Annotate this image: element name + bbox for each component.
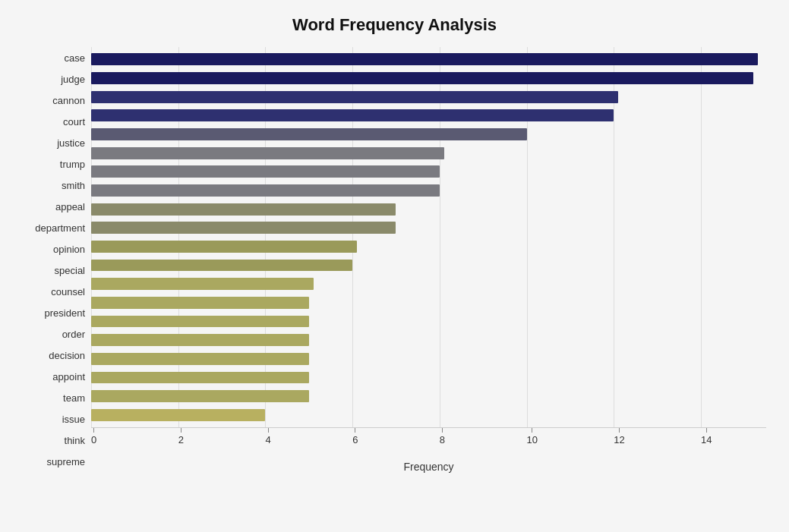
bars-area: [91, 47, 766, 427]
y-label: trump: [60, 159, 85, 169]
bar-row: [91, 368, 766, 387]
y-axis-labels: casejudgecannoncourtjusticetrumpsmithapp…: [23, 47, 91, 473]
bar: [91, 278, 314, 290]
x-tick: 10: [527, 428, 538, 445]
chart-container: Word Frequency Analysis casejudgecannonc…: [0, 0, 789, 532]
x-tick-line: [706, 428, 707, 433]
bar: [91, 147, 444, 159]
bar: [91, 297, 309, 309]
y-label: team: [63, 393, 85, 403]
bar: [91, 203, 396, 216]
bar-row: [91, 219, 766, 238]
bar: [91, 409, 265, 421]
x-axis-title: Frequency: [91, 461, 766, 473]
chart-area: casejudgecannoncourtjusticetrumpsmithapp…: [23, 47, 766, 473]
bar: [91, 222, 396, 234]
x-tick: 0: [91, 428, 96, 445]
x-tick-label: 12: [614, 434, 624, 445]
y-label: cannon: [52, 96, 85, 105]
bar: [91, 128, 527, 140]
y-label: court: [63, 117, 85, 127]
y-label: think: [65, 436, 85, 445]
y-label: supreme: [46, 457, 85, 467]
bar: [91, 53, 758, 65]
bar-row: [91, 50, 766, 69]
x-tick-label: 0: [91, 434, 96, 445]
bar-row: [91, 143, 766, 162]
x-axis: 02468101214: [91, 427, 766, 458]
x-tick-label: 4: [265, 434, 270, 445]
y-label: judge: [61, 74, 85, 84]
y-label: justice: [57, 138, 85, 148]
bar-row: [91, 331, 766, 350]
bar: [91, 91, 618, 103]
y-label: case: [65, 53, 85, 63]
bar-row: [91, 69, 766, 88]
x-tick: 8: [440, 428, 445, 445]
bar: [91, 390, 309, 402]
bar: [91, 353, 309, 365]
chart-title: Word Frequency Analysis: [23, 15, 766, 35]
bar-row: [91, 312, 766, 331]
bar-row: [91, 238, 766, 257]
x-tick: 2: [178, 428, 184, 445]
bar-row: [91, 106, 766, 125]
y-label: order: [62, 329, 85, 339]
y-label: appoint: [52, 372, 85, 382]
x-tick-label: 14: [701, 434, 712, 445]
bar: [91, 109, 614, 121]
bar: [91, 165, 440, 178]
bar: [91, 72, 753, 84]
x-tick-label: 6: [352, 434, 358, 445]
x-tick: 12: [614, 428, 624, 445]
y-label: smith: [62, 181, 85, 190]
bars-list: [91, 47, 766, 427]
bar: [91, 260, 352, 272]
bars-and-xaxis: 02468101214 Frequency: [91, 47, 766, 473]
y-label: counsel: [51, 287, 85, 297]
x-tick-line: [268, 428, 269, 433]
bar: [91, 184, 440, 197]
y-label: special: [55, 266, 85, 275]
y-label: department: [35, 223, 85, 233]
y-label: president: [45, 308, 85, 318]
bar-row: [91, 256, 766, 275]
x-tick: 4: [265, 428, 270, 445]
x-tick-line: [619, 428, 620, 433]
bar-row: [91, 125, 766, 144]
bar: [91, 372, 309, 384]
bar-row: [91, 181, 766, 200]
bar-row: [91, 275, 766, 294]
bar-row: [91, 87, 766, 106]
y-label: appeal: [55, 202, 85, 212]
x-tick-line: [355, 428, 355, 433]
x-tick-label: 2: [178, 434, 184, 445]
x-tick-label: 10: [527, 434, 538, 445]
bar-row: [91, 294, 766, 313]
y-label: opinion: [53, 244, 85, 254]
x-tick: 6: [352, 428, 358, 445]
bar-row: [91, 350, 766, 369]
y-label: decision: [49, 351, 85, 360]
x-tick-line: [532, 428, 532, 433]
x-tick: 14: [701, 428, 712, 445]
bar-row: [91, 200, 766, 219]
bar-row: [91, 405, 766, 424]
bar: [91, 241, 357, 253]
bar: [91, 316, 309, 328]
bar-row: [91, 387, 766, 406]
y-label: issue: [62, 414, 85, 424]
x-tick-label: 8: [440, 434, 445, 445]
x-tick-line: [442, 428, 443, 433]
x-tick-line: [181, 428, 181, 433]
bar: [91, 334, 309, 346]
bar-row: [91, 162, 766, 181]
x-tick-line: [93, 428, 94, 433]
